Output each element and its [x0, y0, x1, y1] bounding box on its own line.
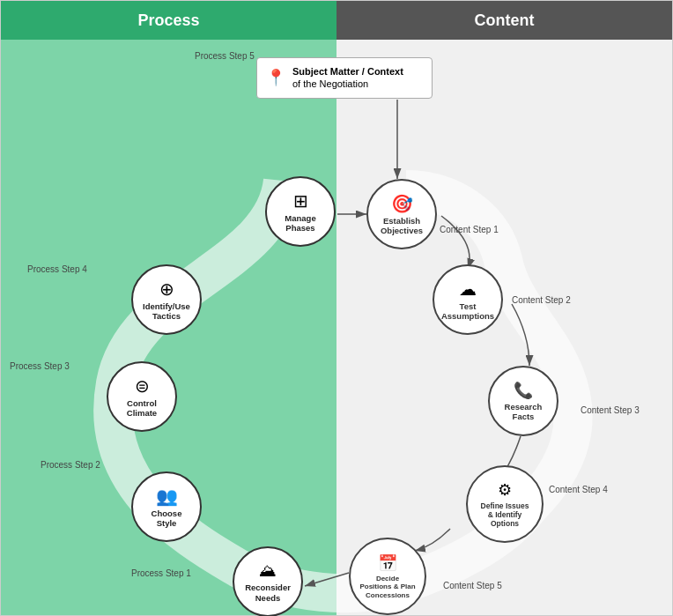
- content-step4-label: Content Step 4: [549, 485, 608, 494]
- decide-positions-circle: 📅 DecidePositions & PlanConcessions: [349, 538, 426, 615]
- decide-positions-icon: 📅: [378, 553, 397, 573]
- process-step1-label: Process Step 1: [131, 568, 191, 578]
- decide-positions-label: DecidePositions & PlanConcessions: [359, 575, 415, 600]
- content-header: Content: [336, 1, 672, 40]
- research-facts-circle: 📞 ResearchFacts: [488, 366, 558, 436]
- choose-style-label: ChooseStyle: [152, 508, 182, 529]
- process-title: Process: [137, 11, 199, 30]
- establish-objectives-circle: 🎯 EstablishObjectives: [366, 179, 437, 249]
- control-climate-label: ControlClimate: [127, 398, 157, 419]
- manage-phases-circle: ⊞ ManagePhases: [265, 176, 336, 247]
- reconsider-needs-label: ReconsiderNeeds: [245, 583, 291, 603]
- establish-objectives-icon: 🎯: [391, 193, 413, 214]
- test-assumptions-circle: ☁ TestAssumptions: [433, 264, 503, 335]
- define-issues-label: Define Issues& IdentifyOptions: [481, 501, 529, 529]
- identify-tactics-label: Identify/UseTactics: [143, 301, 190, 322]
- process-step3-label: Process Step 3: [10, 361, 70, 371]
- process-step2-label: Process Step 2: [41, 460, 100, 470]
- manage-phases-icon: ⊞: [293, 190, 308, 212]
- research-facts-label: ResearchFacts: [505, 402, 543, 422]
- reconsider-needs-icon: ⛰: [259, 560, 277, 581]
- identify-tactics-circle: ⊕ Identify/UseTactics: [131, 264, 202, 335]
- header: Process Content: [1, 1, 672, 40]
- content-step1-label: Content Step 1: [440, 225, 499, 234]
- define-issues-circle: ⚙ Define Issues& IdentifyOptions: [466, 465, 544, 543]
- subject-icon: 📍: [266, 68, 285, 87]
- svg-line-1: [305, 573, 349, 586]
- content-step5-label: Content Step 5: [443, 581, 502, 590]
- reconsider-needs-circle: ⛰ ReconsiderNeeds: [233, 546, 303, 616]
- content-step2-label: Content Step 2: [512, 295, 571, 305]
- main-area: 📍 Subject Matter / Context of the Negoti…: [1, 40, 672, 615]
- research-facts-icon: 📞: [514, 381, 533, 400]
- define-issues-icon: ⚙: [498, 480, 512, 500]
- test-assumptions-icon: ☁: [459, 278, 477, 300]
- process-step5-label: Process Step 5: [195, 51, 255, 61]
- control-climate-icon: ⊜: [135, 375, 150, 397]
- subject-line2: of the Negotiation: [292, 78, 403, 90]
- test-assumptions-label: TestAssumptions: [441, 301, 494, 322]
- establish-objectives-label: EstablishObjectives: [381, 216, 423, 236]
- subject-box: 📍 Subject Matter / Context of the Negoti…: [256, 57, 433, 99]
- control-climate-circle: ⊜ ControlClimate: [107, 361, 177, 432]
- identify-tactics-icon: ⊕: [159, 278, 174, 300]
- subject-line1: Subject Matter / Context: [292, 65, 403, 78]
- choose-style-icon: 👥: [156, 486, 178, 507]
- arrows-svg: [1, 40, 673, 616]
- manage-phases-label: ManagePhases: [285, 213, 315, 234]
- subject-text: Subject Matter / Context of the Negotiat…: [292, 65, 403, 91]
- content-title: Content: [475, 11, 535, 30]
- process-step4-label: Process Step 4: [27, 264, 87, 274]
- process-header: Process: [1, 1, 336, 40]
- main-container: Process Content: [0, 0, 673, 616]
- choose-style-circle: 👥 ChooseStyle: [131, 471, 202, 542]
- content-step3-label: Content Step 3: [581, 405, 640, 415]
